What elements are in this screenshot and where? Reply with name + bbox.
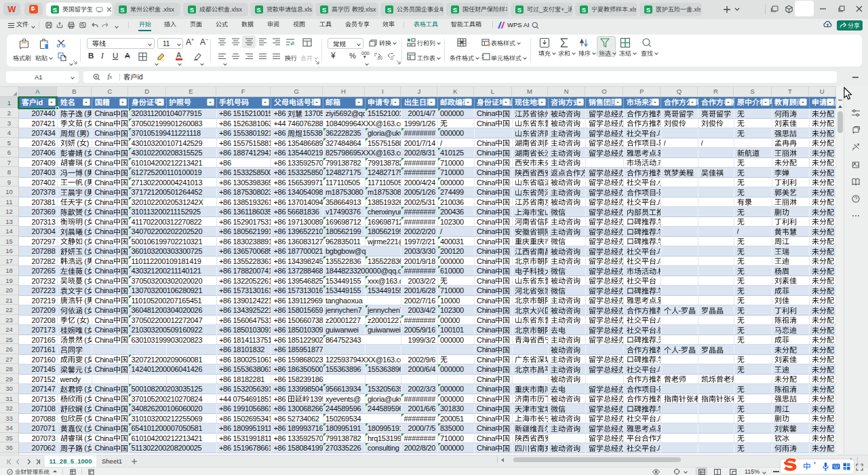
svg-text:.0: .0 xyxy=(390,56,394,60)
svg-text:W: W xyxy=(7,4,16,14)
svg-text:.00: .00 xyxy=(376,56,382,60)
